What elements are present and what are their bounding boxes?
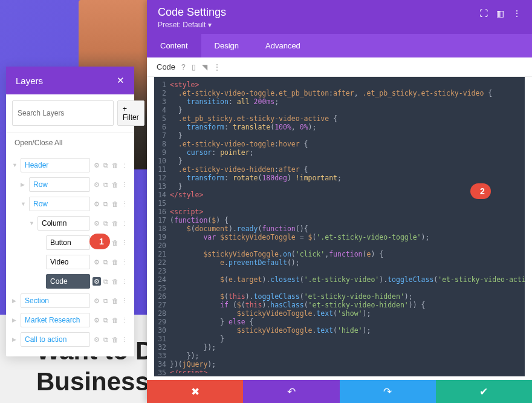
delete-icon[interactable]: 🗑: [111, 219, 119, 228]
columns-icon[interactable]: ▥: [496, 8, 504, 18]
layer-row: ▶Market Research⚙⧉🗑⋮: [6, 310, 134, 330]
layer-row: ▶Row⚙⧉🗑⋮: [6, 175, 134, 194]
search-input[interactable]: [12, 100, 114, 126]
layer-label[interactable]: Video: [46, 255, 90, 269]
expand-toggle-icon[interactable]: ▶: [21, 182, 27, 188]
tablet-icon[interactable]: ▯: [192, 63, 196, 71]
help-icon[interactable]: ?: [181, 63, 186, 71]
save-button[interactable]: ✔: [436, 380, 532, 403]
tab-advanced[interactable]: Advanced: [252, 34, 314, 57]
more-icon[interactable]: ⋮: [120, 277, 128, 286]
settings-title: Code Settings: [158, 6, 226, 19]
layer-row: Code⚙⧉🗑⋮: [6, 272, 134, 291]
expand-toggle-icon[interactable]: ▼: [21, 201, 27, 207]
layer-label[interactable]: Column: [37, 216, 90, 231]
code-content[interactable]: <style> .et-sticky-video-toggle.et_pb_bu…: [170, 80, 525, 373]
options-icon[interactable]: ⋮: [213, 63, 221, 71]
preset-selector[interactable]: Preset: Default ▾: [158, 21, 226, 29]
duplicate-icon[interactable]: ⧉: [102, 297, 110, 305]
tab-design[interactable]: Design: [201, 34, 252, 57]
gear-icon[interactable]: ⚙: [92, 297, 101, 305]
duplicate-icon[interactable]: ⧉: [102, 219, 110, 228]
gear-icon[interactable]: ⚙: [92, 316, 101, 324]
gear-icon[interactable]: ⚙: [92, 180, 101, 189]
gear-icon[interactable]: ⚙: [92, 258, 101, 266]
code-toolbar: Code ? ▯ ◥ ⋮: [147, 57, 532, 77]
open-close-all[interactable]: Open/Close All: [6, 133, 134, 153]
delete-icon[interactable]: 🗑: [111, 238, 119, 247]
layer-row: Video⚙⧉🗑⋮: [6, 252, 134, 272]
gear-icon[interactable]: ⚙: [92, 335, 101, 344]
duplicate-icon[interactable]: ⧉: [102, 277, 110, 286]
duplicate-icon[interactable]: ⧉: [102, 335, 110, 344]
delete-icon[interactable]: 🗑: [111, 258, 119, 266]
close-icon[interactable]: ✕: [117, 75, 125, 86]
duplicate-icon[interactable]: ⧉: [102, 180, 110, 189]
undo-button[interactable]: ↶: [243, 380, 339, 403]
code-editor[interactable]: 1234567891011121314151617181920212223242…: [154, 77, 525, 376]
callout-1: 1: [89, 234, 110, 249]
redo-button[interactable]: ↷: [340, 380, 436, 403]
layers-title: Layers: [16, 76, 43, 86]
layer-label[interactable]: Header: [21, 158, 90, 172]
layer-item-icons: ⚙⧉🗑⋮: [92, 219, 128, 228]
duplicate-icon[interactable]: ⧉: [102, 316, 110, 324]
layer-label[interactable]: Button: [46, 235, 90, 250]
layer-row: ▼Row⚙⧉🗑⋮: [6, 194, 134, 214]
layer-row: ▶Call to action⚙⧉🗑⋮: [6, 330, 134, 349]
delete-icon[interactable]: 🗑: [111, 316, 119, 324]
delete-icon[interactable]: 🗑: [111, 161, 119, 169]
delete-icon[interactable]: 🗑: [111, 335, 119, 344]
expand-toggle-icon[interactable]: ▶: [12, 336, 18, 342]
more-icon[interactable]: ⋮: [120, 161, 128, 169]
more-icon[interactable]: ⋮: [120, 316, 128, 324]
gear-icon[interactable]: ⚙: [92, 161, 101, 169]
duplicate-icon[interactable]: ⧉: [102, 200, 110, 208]
hover-icon[interactable]: ◥: [202, 63, 207, 71]
settings-header: Code Settings Preset: Default ▾ ⛶ ▥ ⋮: [147, 0, 532, 34]
filter-button[interactable]: + Filter: [117, 100, 144, 126]
layer-item-icons: ⚙⧉🗑⋮: [92, 258, 128, 266]
more-icon[interactable]: ⋮: [120, 219, 128, 228]
more-icon[interactable]: ⋮: [513, 8, 521, 18]
layers-panel: Layers ✕ + Filter Open/Close All ▼Header…: [6, 67, 134, 356]
layers-search-row: + Filter: [6, 94, 134, 133]
delete-icon[interactable]: 🗑: [111, 200, 119, 208]
more-icon[interactable]: ⋮: [120, 258, 128, 266]
settings-tabs: Content Design Advanced: [147, 34, 532, 57]
more-icon[interactable]: ⋮: [120, 180, 128, 189]
duplicate-icon[interactable]: ⧉: [102, 258, 110, 266]
delete-icon[interactable]: 🗑: [111, 180, 119, 189]
more-icon[interactable]: ⋮: [120, 335, 128, 344]
layer-label[interactable]: Market Research: [21, 313, 90, 327]
tab-content[interactable]: Content: [147, 34, 201, 57]
delete-icon[interactable]: 🗑: [111, 277, 119, 286]
gear-icon[interactable]: ⚙: [92, 200, 101, 208]
layer-item-icons: ⚙⧉🗑⋮: [92, 316, 128, 324]
layer-label[interactable]: Row: [29, 197, 90, 211]
layer-item-icons: ⚙⧉🗑⋮: [92, 297, 128, 305]
gear-icon[interactable]: ⚙: [92, 219, 101, 228]
layer-label[interactable]: Call to action: [21, 332, 90, 347]
bottom-actions: ✖ ↶ ↷ ✔: [147, 380, 532, 403]
expand-toggle-icon[interactable]: ▶: [12, 298, 18, 304]
more-icon[interactable]: ⋮: [120, 297, 128, 305]
cancel-button[interactable]: ✖: [147, 380, 243, 403]
expand-icon[interactable]: ⛶: [479, 8, 488, 18]
layer-row: ▼Header⚙⧉🗑⋮: [6, 156, 134, 175]
heading-line-2: Business?: [36, 367, 164, 396]
expand-toggle-icon[interactable]: ▶: [12, 317, 18, 323]
delete-icon[interactable]: 🗑: [111, 297, 119, 305]
layer-label[interactable]: Row: [29, 177, 90, 192]
layer-label[interactable]: Section: [21, 293, 90, 308]
expand-toggle-icon[interactable]: ▼: [12, 162, 18, 168]
layer-label[interactable]: Code: [46, 274, 90, 289]
duplicate-icon[interactable]: ⧉: [102, 161, 110, 169]
code-field-label: Code: [157, 62, 175, 71]
layer-row: ▶Section⚙⧉🗑⋮: [6, 291, 134, 310]
expand-toggle-icon[interactable]: ▼: [29, 220, 35, 226]
more-icon[interactable]: ⋮: [120, 200, 128, 208]
gear-icon[interactable]: ⚙: [92, 277, 101, 286]
more-icon[interactable]: ⋮: [120, 238, 128, 247]
layer-item-icons: ⚙⧉🗑⋮: [92, 335, 128, 344]
